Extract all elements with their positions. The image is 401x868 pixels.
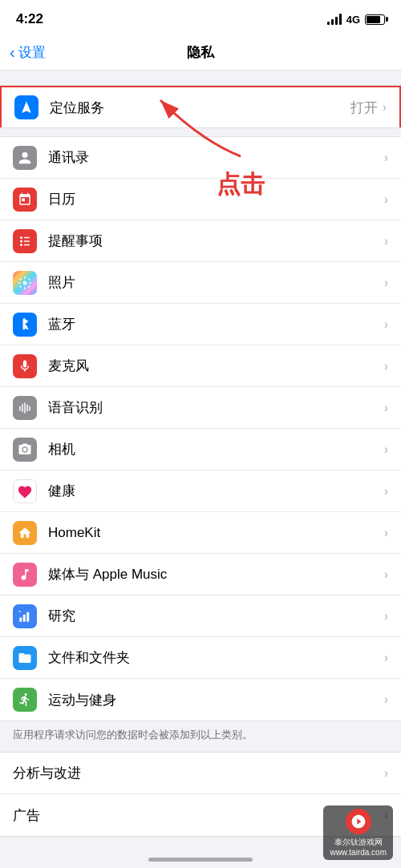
location-services-label: 定位服务 xyxy=(50,99,350,117)
signal-icon xyxy=(327,14,342,25)
chevron-right-icon: › xyxy=(384,401,388,415)
microphone-icon xyxy=(13,354,37,378)
photos-icon xyxy=(13,271,37,295)
photos-label: 照片 xyxy=(48,273,384,292)
watermark: 泰尔钛游戏网 www.tairda.com xyxy=(323,805,393,860)
contacts-item[interactable]: 通讯录 › xyxy=(0,137,401,179)
watermark-logo xyxy=(346,809,371,834)
svg-rect-22 xyxy=(26,612,29,621)
chevron-right-icon: › xyxy=(384,567,388,582)
svg-point-0 xyxy=(20,236,22,239)
status-bar: 4:22 4G xyxy=(0,0,401,35)
reminders-item[interactable]: 提醒事项 › xyxy=(0,220,401,262)
svg-rect-21 xyxy=(23,614,26,621)
svg-rect-14 xyxy=(28,277,31,281)
contacts-icon xyxy=(13,146,37,170)
chevron-right-icon: › xyxy=(384,234,388,248)
contacts-label: 通讯录 xyxy=(48,148,384,167)
photos-item[interactable]: 照片 › xyxy=(0,262,401,304)
location-icon xyxy=(14,95,38,119)
homekit-label: HomeKit xyxy=(48,525,384,541)
chevron-right-icon: › xyxy=(384,766,388,781)
privacy-settings-list: 通讯录 › 日历 › 提醒事项 › xyxy=(0,136,401,721)
location-services-value: 打开 xyxy=(350,99,378,117)
svg-rect-4 xyxy=(24,240,30,242)
health-item[interactable]: 健康 › xyxy=(0,470,401,512)
chevron-right-icon: › xyxy=(384,609,388,624)
section-footer: 应用程序请求访问您的数据时会被添加到以上类别。 xyxy=(0,721,401,752)
reminders-icon xyxy=(13,229,37,253)
watermark-site: 泰尔钛游戏网 xyxy=(334,837,383,848)
status-time: 4:22 xyxy=(16,11,43,27)
page-title: 隐私 xyxy=(187,43,214,62)
speech-item[interactable]: 语音识别 › xyxy=(0,387,401,429)
reminders-label: 提醒事项 xyxy=(48,232,384,250)
calendar-icon xyxy=(13,188,37,212)
media-item[interactable]: 媒体与 Apple Music › xyxy=(0,554,401,595)
battery-icon xyxy=(365,14,385,25)
files-label: 文件和文件夹 xyxy=(48,648,384,667)
svg-point-2 xyxy=(20,244,22,246)
chevron-right-icon: › xyxy=(384,276,388,290)
files-icon xyxy=(13,646,37,670)
svg-rect-23 xyxy=(19,611,21,612)
chevron-right-icon: › xyxy=(384,192,388,207)
svg-rect-3 xyxy=(24,236,30,238)
bluetooth-label: 蓝牙 xyxy=(48,315,384,333)
media-icon xyxy=(13,563,37,587)
watermark-url: www.tairda.com xyxy=(330,848,387,857)
chevron-right-icon: › xyxy=(384,651,388,665)
svg-rect-5 xyxy=(24,244,30,245)
calendar-label: 日历 xyxy=(48,190,384,208)
chevron-right-icon: › xyxy=(384,151,388,165)
microphone-label: 麦克风 xyxy=(48,357,384,375)
research-item[interactable]: 研究 › xyxy=(0,595,401,637)
svg-rect-9 xyxy=(18,282,21,284)
svg-rect-15 xyxy=(19,406,21,410)
back-label: 设置 xyxy=(18,43,46,62)
health-label: 健康 xyxy=(48,482,384,500)
chevron-right-icon: › xyxy=(384,692,388,707)
svg-rect-8 xyxy=(24,287,26,289)
microphone-item[interactable]: 麦克风 › xyxy=(0,345,401,387)
svg-rect-16 xyxy=(22,403,23,412)
camera-item[interactable]: 相机 › xyxy=(0,429,401,470)
health-icon xyxy=(13,479,37,503)
camera-label: 相机 xyxy=(48,440,384,458)
research-label: 研究 xyxy=(48,607,384,625)
chevron-right-icon: › xyxy=(383,100,387,115)
chevron-right-icon: › xyxy=(384,526,388,540)
fitness-item[interactable]: 运动与健身 › xyxy=(0,679,401,721)
chevron-right-icon: › xyxy=(384,317,388,332)
homekit-icon xyxy=(13,521,37,545)
svg-rect-12 xyxy=(28,285,31,288)
svg-rect-11 xyxy=(19,277,22,281)
network-type: 4G xyxy=(346,14,360,26)
svg-rect-13 xyxy=(19,285,22,288)
speech-label: 语音识别 xyxy=(48,398,384,417)
svg-point-1 xyxy=(20,240,22,242)
analytics-label: 分析与改进 xyxy=(13,764,384,782)
chevron-right-icon: › xyxy=(384,359,388,373)
files-item[interactable]: 文件和文件夹 › xyxy=(0,637,401,679)
back-button[interactable]: ‹ 设置 xyxy=(10,43,46,62)
svg-rect-18 xyxy=(26,404,28,411)
location-section: 定位服务 打开 › xyxy=(0,85,401,128)
location-services-item[interactable]: 定位服务 打开 › xyxy=(0,86,401,127)
bluetooth-icon xyxy=(13,313,37,337)
svg-rect-17 xyxy=(24,402,26,414)
status-icons: 4G xyxy=(327,14,385,26)
svg-rect-10 xyxy=(29,282,31,284)
nav-bar: ‹ 设置 隐私 xyxy=(0,35,401,71)
svg-point-6 xyxy=(23,281,27,285)
calendar-item[interactable]: 日历 › xyxy=(0,179,401,220)
back-chevron-icon: ‹ xyxy=(10,43,15,62)
svg-rect-7 xyxy=(24,276,26,278)
svg-rect-19 xyxy=(29,406,30,410)
homekit-item[interactable]: HomeKit › xyxy=(0,512,401,554)
analytics-item[interactable]: 分析与改进 › xyxy=(0,753,401,794)
chevron-right-icon: › xyxy=(384,442,388,457)
fitness-label: 运动与健身 xyxy=(48,691,384,709)
bluetooth-item[interactable]: 蓝牙 › xyxy=(0,304,401,345)
svg-rect-20 xyxy=(19,617,22,621)
